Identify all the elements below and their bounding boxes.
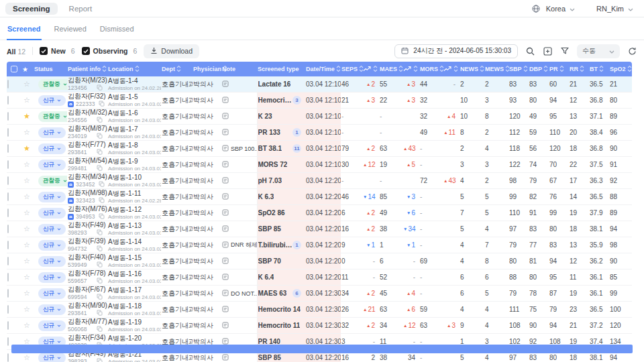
patient-row[interactable]: ☆관찰중김환자(M/23)123456A병동-1-4Admission on 2… — [7, 76, 632, 93]
note-icon[interactable] — [222, 290, 229, 298]
row-checkbox-cell[interactable] — [7, 302, 20, 318]
copy-icon[interactable] — [97, 261, 103, 269]
row-checkbox[interactable] — [7, 176, 9, 185]
note-icon[interactable] — [222, 241, 229, 249]
status-badge[interactable]: 신규 — [38, 353, 66, 362]
note-icon[interactable] — [222, 225, 229, 233]
row-checkbox[interactable] — [7, 273, 9, 282]
star-icon[interactable]: ☆ — [20, 205, 34, 221]
status-badge[interactable]: 신규 — [38, 288, 66, 299]
patient-row[interactable]: ★관찰중김환자(M/32)234556A병동-1-6Admission on 2… — [7, 109, 632, 125]
col-header-dbp[interactable]: DBP — [529, 62, 549, 76]
status-badge[interactable]: 관찰중 — [38, 79, 67, 90]
note-icon[interactable] — [222, 274, 229, 282]
status-badge[interactable]: 신규 — [38, 272, 66, 283]
note-icon[interactable] — [222, 97, 229, 105]
trend-column-header[interactable] — [402, 62, 419, 76]
note-icon[interactable] — [222, 129, 229, 137]
star-icon[interactable]: ☆ — [20, 286, 34, 302]
col-header-seps[interactable]: SEPS — [341, 62, 362, 76]
trend-column-header[interactable] — [362, 62, 379, 76]
add-column-icon[interactable] — [542, 46, 553, 56]
note-icon[interactable] — [222, 193, 229, 201]
row-checkbox-cell[interactable] — [7, 237, 20, 253]
tab-reviewed[interactable]: Reviewed — [54, 19, 87, 40]
note-cell[interactable] — [221, 109, 257, 125]
note-icon[interactable] — [222, 113, 229, 121]
patient-row[interactable]: ☆신규김환자(F/32)222333A병동-1-5Admission on 24… — [7, 93, 632, 109]
row-checkbox[interactable] — [7, 289, 9, 298]
status-badge[interactable]: 신규 — [38, 192, 66, 202]
patient-row[interactable]: ☆관찰중김환자(M/34)323452A병동-1-10Admission on … — [7, 173, 632, 189]
star-icon[interactable]: ☆ — [20, 221, 34, 237]
sort-icon[interactable] — [543, 65, 548, 74]
patient-row[interactable]: ☆신규김환자(M/54)299481A병동-1-9Admission on 24… — [7, 157, 632, 173]
note-cell[interactable] — [221, 205, 257, 221]
col-header-spo2[interactable]: SpO2 — [609, 62, 632, 76]
language-select[interactable]: Korea — [546, 5, 575, 13]
row-checkbox-cell[interactable] — [7, 286, 20, 302]
copy-icon[interactable] — [97, 84, 103, 92]
status-badge[interactable]: 신규 — [38, 320, 66, 331]
row-checkbox-cell[interactable] — [7, 205, 20, 221]
row-checkbox-cell[interactable] — [7, 141, 20, 157]
sort-icon[interactable] — [523, 65, 528, 74]
row-checkbox-cell[interactable] — [7, 221, 20, 237]
col-header-rr[interactable]: RR — [569, 62, 589, 76]
note-icon[interactable] — [222, 354, 229, 362]
row-checkbox[interactable] — [7, 80, 9, 88]
status-badge[interactable]: 신규 — [38, 143, 66, 154]
col-header-date-time[interactable]: Date/Time — [305, 62, 341, 76]
date-range-input[interactable]: 24시간 전 - 2024-06-05 15:30:03 — [394, 44, 518, 58]
col-header-mews[interactable]: MEWS — [484, 62, 508, 76]
note-cell[interactable] — [221, 157, 257, 173]
note-cell[interactable]: DO NOT... — [221, 286, 257, 302]
copy-icon[interactable] — [97, 165, 103, 172]
user-menu[interactable]: RN_Kim — [596, 5, 633, 13]
row-checkbox[interactable] — [7, 112, 9, 121]
col-header-mors[interactable]: MORS — [419, 62, 443, 76]
col-header-bt[interactable]: BT — [589, 62, 609, 76]
note-icon[interactable] — [222, 306, 229, 314]
patient-row[interactable]: ☆신규김환자(M/98)323423A병동-1-11Admission on 2… — [7, 189, 632, 205]
copy-icon[interactable] — [99, 181, 105, 188]
status-badge[interactable]: 신규 — [38, 127, 66, 138]
tab-screened[interactable]: Screened — [7, 19, 42, 40]
copy-icon[interactable] — [99, 213, 105, 221]
col-header-pr[interactable]: PR — [549, 62, 569, 76]
search-icon[interactable] — [525, 46, 535, 56]
note-cell[interactable]: SBP 100... — [221, 141, 257, 157]
copy-icon[interactable] — [97, 294, 103, 301]
star-icon[interactable]: ☆ — [20, 302, 34, 318]
copy-icon[interactable] — [97, 326, 103, 333]
star-icon[interactable]: ☆ — [20, 93, 34, 109]
status-badge[interactable]: 신규 — [38, 160, 66, 170]
status-badge[interactable]: 신규 — [38, 95, 66, 106]
refresh-icon[interactable] — [627, 46, 637, 56]
filter-observing-checkbox[interactable]: Observing6 — [82, 47, 138, 55]
col-header-news[interactable]: NEWS — [460, 62, 484, 76]
row-checkbox[interactable] — [7, 257, 9, 265]
note-icon[interactable] — [222, 177, 229, 185]
star-icon[interactable]: ★ — [20, 109, 34, 125]
tab-dismissed[interactable]: Dismissed — [99, 19, 135, 40]
trend-column-header[interactable] — [443, 62, 460, 76]
status-badge[interactable]: 신규 — [38, 240, 66, 251]
sort-icon[interactable] — [599, 65, 604, 74]
status-badge[interactable]: 관찰중 — [38, 111, 67, 122]
note-cell[interactable]: DNR 해제 — [221, 237, 257, 253]
row-checkbox[interactable] — [7, 225, 9, 233]
star-icon[interactable]: ☆ — [20, 76, 34, 93]
copy-icon[interactable] — [99, 101, 105, 108]
col-header-sbp[interactable]: SBP — [508, 62, 529, 76]
row-checkbox-cell[interactable] — [7, 253, 20, 269]
patient-row[interactable]: ☆신규김환자(M/77)506068A병동-1-19Admission on 2… — [7, 318, 632, 334]
row-checkbox-cell[interactable] — [7, 125, 20, 141]
sort-icon[interactable] — [102, 65, 107, 74]
sort-icon[interactable] — [580, 65, 584, 74]
row-checkbox[interactable] — [7, 128, 9, 137]
note-cell[interactable] — [221, 318, 257, 334]
note-cell[interactable] — [221, 253, 257, 269]
sort-icon[interactable] — [413, 65, 418, 74]
note-icon[interactable] — [222, 161, 229, 169]
